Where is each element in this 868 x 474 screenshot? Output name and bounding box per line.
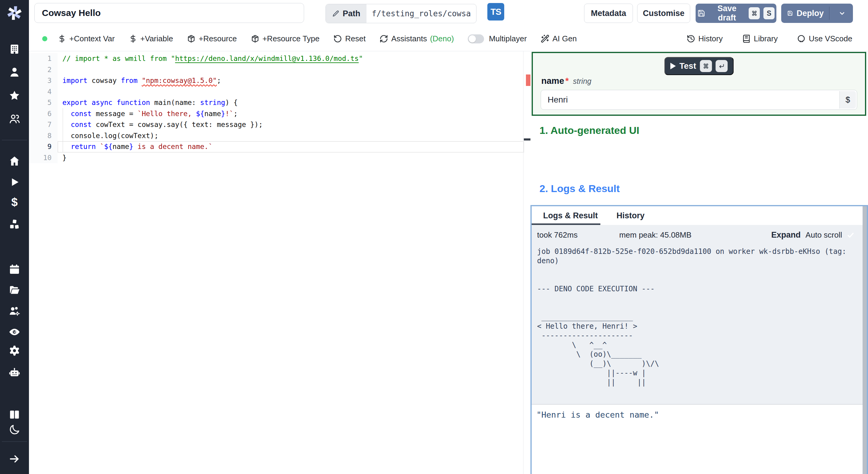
- folder-icon[interactable]: [8, 284, 21, 296]
- toolbar-item-ai-gen[interactable]: AI Gen: [541, 34, 577, 43]
- command-icon: [751, 10, 758, 17]
- toolbar-item-library[interactable]: Library: [742, 34, 778, 43]
- path-value[interactable]: f/testing_roles/cowsa: [367, 4, 476, 23]
- variable-picker-button[interactable]: $: [839, 91, 856, 109]
- wand-icon: [541, 34, 550, 43]
- line-number: 3: [29, 75, 58, 86]
- metadata-button[interactable]: Metadata: [584, 4, 633, 23]
- logs-card: Logs & Result History took 762ms mem pea…: [530, 205, 868, 474]
- users-gear-icon[interactable]: [8, 305, 21, 317]
- dollar-icon[interactable]: $: [8, 196, 21, 208]
- assistants-lang: (Deno): [430, 34, 454, 43]
- package-icon: [251, 34, 259, 43]
- code-line[interactable]: const message = `Hello there, ${name}!`;: [62, 108, 522, 119]
- args-form: Test name* string $: [532, 52, 866, 116]
- logs-tabs: Logs & Result History: [532, 206, 867, 225]
- panel-splitter[interactable]: [523, 51, 524, 474]
- memory-label: mem peak: 45.08MB: [619, 230, 691, 240]
- toolbar-item--resource[interactable]: +Resource: [187, 34, 237, 43]
- save-icon: [787, 9, 793, 18]
- code-line[interactable]: console.log(cowText);: [62, 130, 522, 141]
- script-title-input[interactable]: [34, 3, 304, 23]
- arg-name-input[interactable]: [541, 90, 857, 110]
- autoscroll-label[interactable]: Auto scroll: [806, 230, 842, 240]
- line-number: 10: [29, 152, 58, 164]
- settings-icon[interactable]: [8, 345, 21, 357]
- home-icon[interactable]: [8, 155, 21, 167]
- toolbar-item-assistants[interactable]: Assistants (Deno): [379, 34, 454, 43]
- code-line[interactable]: }: [62, 152, 522, 164]
- toolbar-item-use-vscode[interactable]: Use VScode: [797, 34, 852, 43]
- tab-logs-result[interactable]: Logs & Result: [543, 211, 598, 220]
- line-number: 1: [29, 53, 58, 64]
- vscode-icon: [797, 34, 806, 43]
- line-number: 6: [29, 108, 58, 119]
- moon-icon[interactable]: [8, 424, 21, 436]
- check-icon[interactable]: [846, 231, 855, 240]
- building-icon[interactable]: [8, 43, 21, 55]
- code-line[interactable]: import cowsay from "npm:cowsay@1.5.0";: [62, 75, 522, 86]
- eye-icon[interactable]: [8, 326, 21, 338]
- toggle-knob: [469, 35, 476, 42]
- line-number: 7: [29, 119, 58, 130]
- rotate-ccw-icon: [333, 34, 342, 43]
- required-mark: *: [565, 76, 569, 86]
- expand-button[interactable]: Expand: [771, 230, 801, 240]
- save-draft-button[interactable]: Save draft S: [695, 4, 776, 23]
- windmill-logo-icon[interactable]: [5, 4, 24, 22]
- arg-name: name: [541, 76, 564, 86]
- arg-label-row: name* string: [541, 76, 591, 86]
- typescript-badge: TS: [487, 3, 504, 21]
- toolbar-item-history[interactable]: History: [687, 34, 723, 43]
- toolbar-item--context-var[interactable]: +Context Var: [58, 34, 115, 43]
- package-icon: [187, 34, 195, 43]
- toolbar-ai-gen: AI Gen: [541, 34, 591, 43]
- deploy-divider: [829, 7, 830, 20]
- line-number: 2: [29, 64, 58, 76]
- windmill-script-editor: $ Path f/testing_roles/cowsa TS Metadata…: [0, 0, 868, 474]
- overview-ruler-cursor-mark: [524, 139, 531, 141]
- code-editor[interactable]: 12345678910 // import * as wmill from "h…: [29, 51, 531, 474]
- test-button[interactable]: Test: [664, 57, 734, 75]
- code-line[interactable]: [62, 64, 522, 76]
- play-icon[interactable]: [8, 176, 21, 188]
- path-group[interactable]: Path f/testing_roles/cowsa: [326, 4, 476, 23]
- line-number: 5: [29, 97, 58, 108]
- tab-history[interactable]: History: [617, 211, 645, 220]
- overview-ruler-error-mark: [526, 75, 531, 86]
- code-line[interactable]: const cowText = cowsay.say({ text: messa…: [62, 119, 522, 130]
- path-label[interactable]: Path: [326, 4, 367, 23]
- code-line[interactable]: return `${name} is a decent name.`: [62, 141, 522, 152]
- deploy-button[interactable]: Deploy: [781, 4, 853, 23]
- arrow-right-icon[interactable]: [8, 453, 21, 465]
- multiplayer-toggle[interactable]: [468, 34, 484, 43]
- line-number: 9: [29, 141, 58, 152]
- play-icon: [670, 63, 676, 69]
- user-icon[interactable]: [8, 66, 21, 78]
- arg-type: string: [573, 77, 591, 86]
- books-icon[interactable]: [8, 409, 21, 421]
- calendar-icon[interactable]: [8, 263, 21, 275]
- line-number: 8: [29, 130, 58, 141]
- star-icon[interactable]: [8, 90, 21, 101]
- duration-label: took 762ms: [537, 230, 578, 240]
- code-line[interactable]: // import * as wmill from "https://deno.…: [62, 53, 522, 64]
- editor-toolbar: +Context Var+Variable+Resource+Resource …: [29, 27, 868, 51]
- logs-scrollbar[interactable]: [863, 206, 867, 474]
- line-numbers: 12345678910: [29, 53, 58, 163]
- deploy-dropdown[interactable]: [833, 9, 851, 18]
- code-line[interactable]: [62, 86, 522, 97]
- toolbar-right-items: HistoryLibraryUse VScode: [667, 34, 852, 43]
- users-icon[interactable]: [8, 113, 21, 125]
- toolbar-item--resource-type[interactable]: +Resource Type: [251, 34, 320, 43]
- toolbar-item--variable[interactable]: +Variable: [129, 34, 173, 43]
- customise-button[interactable]: Customise: [637, 4, 690, 23]
- boxes-icon[interactable]: [8, 218, 21, 230]
- toolbar-item-reset[interactable]: Reset: [333, 34, 366, 43]
- job-log-output: job 0189d64f-812b-525e-f020-652bd9da1100…: [537, 247, 855, 387]
- code-line[interactable]: export async function main(name: string)…: [62, 97, 522, 108]
- dollar-icon: [129, 34, 137, 43]
- bot-icon[interactable]: [8, 367, 21, 379]
- code-lines[interactable]: // import * as wmill from "https://deno.…: [62, 53, 522, 163]
- s-key: S: [764, 7, 775, 19]
